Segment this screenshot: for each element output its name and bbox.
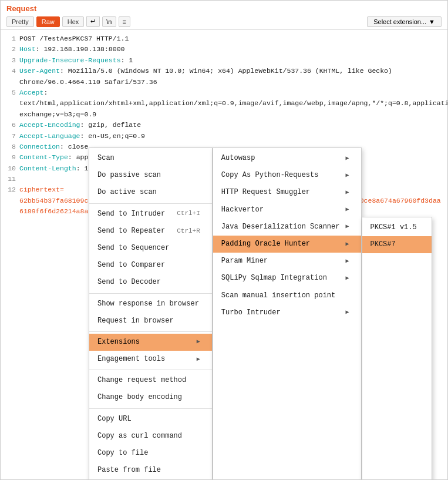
menu-item-active-scan[interactable]: Do active scan	[89, 184, 212, 201]
panel-title: Request	[6, 4, 442, 13]
submenu-item-autowasp[interactable]: Autowasp ▶	[213, 150, 361, 167]
menu-item-copy-url[interactable]: Copy URL	[89, 411, 212, 428]
menu-item-copy-curl[interactable]: Copy as curl command	[89, 428, 212, 445]
request-line-5b: text/html,application/xhtml+xml,applicat…	[6, 98, 442, 120]
menu-item-send-decoder[interactable]: Send to Decoder	[89, 274, 212, 291]
menu-item-send-sequencer[interactable]: Send to Sequencer	[89, 240, 212, 257]
java-deser-arrow: ▶	[345, 222, 349, 231]
menu-item-send-comparer[interactable]: Send to Comparer	[89, 257, 212, 274]
select-extension-button[interactable]: Select extension... ▼	[367, 16, 442, 27]
request-line-2: 2 Host: 192.168.190.138:8000	[6, 44, 442, 55]
http-smuggler-arrow: ▶	[345, 188, 349, 197]
submenu-item-sqlipy[interactable]: SQLiPy Sqlmap Integration ▶	[213, 270, 361, 287]
menu-item-send-intruder[interactable]: Send to Intruder Ctrl+I	[89, 206, 212, 223]
separator-2	[89, 293, 212, 294]
context-menu-primary: Scan Do passive scan Do active scan Send…	[89, 147, 213, 479]
menu-button[interactable]: ≡	[119, 16, 130, 27]
menu-item-copy-file[interactable]: Copy to file	[89, 445, 212, 462]
submenu-item-http-smuggler[interactable]: HTTP Request Smuggler ▶	[213, 184, 361, 201]
separator-1	[89, 203, 212, 204]
request-line-3: 3 Upgrade-Insecure-Requests: 1	[6, 55, 442, 66]
request-line-6: 6 Accept-Encoding: gzip, deflate	[6, 120, 442, 130]
submenu-item-hackvertor[interactable]: Hackvertor ▶	[213, 202, 361, 219]
request-line-5: 5 Accept:	[6, 88, 442, 98]
select-extension-arrow: ▼	[429, 18, 435, 25]
submenu-padding-oracle: PKCS#1 v1.5 PKCS#7	[362, 217, 432, 479]
menu-item-paste-file[interactable]: Paste from file	[89, 462, 212, 479]
autowasp-arrow: ▶	[345, 154, 349, 163]
submenu-extensions: Autowasp ▶ Copy As Python-Requests ▶ HTT…	[213, 147, 362, 479]
submenu-item-turbo-intruder[interactable]: Turbo Intruder ▶	[213, 304, 361, 321]
menu-item-passive-scan[interactable]: Do passive scan	[89, 167, 212, 184]
panel-header: Request Pretty Raw Hex ↵ \n ≡ Select ext…	[1, 1, 447, 30]
sqlipy-arrow: ▶	[345, 274, 349, 283]
hackvertor-arrow: ▶	[345, 205, 349, 214]
hex-button[interactable]: Hex	[62, 16, 85, 27]
separator-3	[89, 331, 212, 332]
submenu-item-python-requests[interactable]: Copy As Python-Requests ▶	[213, 167, 361, 184]
request-line-4: 4 User-Agent: Mozilla/5.0 (Windows NT 10…	[6, 66, 442, 76]
extensions-arrow: ▶	[197, 337, 200, 347]
request-line-1: 1 POST /TestAesPKCS7 HTTP/1.1	[6, 33, 442, 44]
submenu-item-padding-oracle[interactable]: Padding Oracle Hunter ▶	[213, 236, 361, 253]
submenu-item-java-deser[interactable]: Java Deserialization Scanner ▶	[213, 219, 361, 236]
menu-item-request-browser[interactable]: Request in browser	[89, 313, 212, 330]
pretty-button[interactable]: Pretty	[6, 16, 34, 27]
separator-4	[89, 370, 212, 370]
menu-item-scan[interactable]: Scan	[89, 150, 212, 167]
request-line-7: 7 Accept-Language: en-US,en;q=0.9	[6, 131, 442, 142]
python-requests-arrow: ▶	[345, 171, 349, 180]
raw-button[interactable]: Raw	[36, 16, 60, 27]
select-extension-label: Select extension...	[373, 18, 426, 25]
context-menu-overlay: Scan Do passive scan Do active scan Send…	[89, 147, 432, 479]
toolbar: Pretty Raw Hex ↵ \n ≡ Select extension..…	[6, 16, 442, 27]
turbo-intruder-arrow: ▶	[345, 308, 349, 317]
param-miner-arrow: ▶	[345, 257, 349, 266]
menu-item-save-item[interactable]: Save item	[89, 479, 212, 479]
request-line-4b: Chrome/96.0.4664.110 Safari/537.36	[6, 77, 442, 88]
newline-button[interactable]: \n	[102, 16, 116, 27]
submenu-item-pkcs1[interactable]: PKCS#1 v1.5	[362, 219, 432, 236]
submenu-item-scan-insertion[interactable]: Scan manual insertion point	[213, 287, 361, 304]
main-panel: Request Pretty Raw Hex ↵ \n ≡ Select ext…	[0, 0, 448, 480]
padding-oracle-arrow: ▶	[345, 240, 349, 249]
engagement-arrow: ▶	[197, 355, 200, 364]
menu-item-extensions[interactable]: Extensions ▶	[89, 334, 212, 351]
menu-item-change-encoding[interactable]: Change body encoding	[89, 389, 212, 406]
submenu-item-param-miner[interactable]: Param Miner ▶	[213, 253, 361, 270]
menu-item-engagement-tools[interactable]: Engagement tools ▶	[89, 351, 212, 368]
menu-item-change-method[interactable]: Change request method	[89, 372, 212, 389]
menu-item-send-repeater[interactable]: Send to Repeater Ctrl+R	[89, 223, 212, 240]
menu-item-show-response[interactable]: Show response in browser	[89, 296, 212, 313]
submenu-item-pkcs7[interactable]: PKCS#7	[362, 236, 432, 253]
wrap-button[interactable]: ↵	[86, 16, 100, 27]
request-content: 1 POST /TestAesPKCS7 HTTP/1.1 2 Host: 19…	[1, 30, 447, 479]
separator-5	[89, 408, 212, 409]
